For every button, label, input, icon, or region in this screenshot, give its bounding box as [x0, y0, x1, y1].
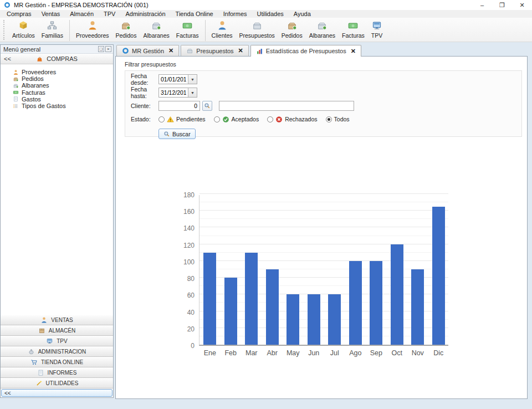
menu-item-administracion[interactable]: Administración	[120, 10, 170, 18]
menu-item-almacen[interactable]: Almacén	[65, 10, 99, 18]
toolbar-button-proveedores[interactable]: Proveedores	[73, 19, 112, 39]
menu-item-tpv[interactable]: TPV	[99, 10, 120, 18]
x-axis-tick-label: Ago	[349, 349, 361, 357]
toolbar-button-facturas[interactable]: Facturas	[339, 19, 368, 39]
menu-item-ventas[interactable]: Ventas	[37, 10, 65, 18]
y-axis-tick-label: 140	[183, 224, 195, 232]
toolbar-button-label: Clientes	[212, 32, 233, 39]
radio-todos[interactable]	[326, 116, 332, 122]
close-button[interactable]: ✕	[512, 0, 532, 10]
menu-item-tienda-online[interactable]: Tienda Online	[171, 10, 218, 18]
fecha-hasta-dropdown-icon[interactable]: ▼	[188, 88, 197, 97]
radio-pendientes[interactable]	[158, 116, 165, 122]
tab-close-icon[interactable]: ✕	[238, 47, 243, 54]
menu-item-informes[interactable]: Informes	[218, 10, 252, 18]
toolbar-button-presupuestos[interactable]: Presupuestos	[236, 19, 278, 39]
chart-bar-nov	[411, 269, 424, 345]
fecha-hasta-input[interactable]	[159, 88, 188, 97]
filter-group-box: Fecha desde: ▼ Fecha hasta: ▼ Cliente:	[125, 70, 522, 137]
sidebar-collapse-chevrons[interactable]: <<	[4, 55, 11, 62]
sidebar-item-facturas[interactable]: Facturas	[13, 89, 113, 96]
search-icon	[204, 103, 211, 109]
minimize-button[interactable]: –	[472, 0, 492, 10]
restore-button[interactable]: ❐	[492, 0, 512, 10]
toolbar-button-articulos[interactable]: Artículos	[9, 19, 38, 39]
buscar-button[interactable]: Buscar	[158, 129, 196, 139]
radio-rechazados[interactable]	[267, 116, 273, 122]
cliente-code-input[interactable]	[158, 101, 200, 111]
sidebar-nav-utilidades[interactable]: UTILIDADES	[1, 378, 113, 388]
sidebar-nav-tienda-online[interactable]: TIENDA ONLINE	[1, 357, 113, 367]
estado-option-aceptados[interactable]: Aceptados	[214, 116, 259, 123]
toolbar-button-label: Albaranes	[143, 32, 169, 39]
moneybag-icon	[28, 348, 35, 355]
sidebar-bottom-collapse[interactable]: <<	[1, 389, 112, 397]
sidebar-float-icon[interactable]: ❏	[98, 46, 104, 52]
toolbar-button-label: Pedidos	[282, 32, 303, 39]
sidebar-close-icon[interactable]: ✕	[105, 46, 111, 52]
check-icon	[222, 116, 229, 123]
box-gray-icon	[186, 47, 193, 54]
chart-gridline	[200, 210, 448, 211]
estado-option-rechazados[interactable]: Rechazados	[267, 116, 317, 123]
tab-mr-gestion[interactable]: MR Gestión✕	[116, 45, 179, 56]
sidebar-nav-administracion[interactable]: ADMINISTRACION	[1, 346, 113, 357]
toolbar-button-albaranes[interactable]: Albaranes	[306, 19, 339, 39]
toolbar-separator	[205, 20, 206, 41]
chart-gridline	[200, 260, 448, 261]
filter-group-title: Filtrar presupuestos	[125, 61, 176, 68]
tab-bar: MR Gestión✕Presupuestos✕Estadísticas de …	[115, 44, 528, 56]
chart-bar-mar	[245, 253, 258, 345]
sidebar-nav-ventas[interactable]: VENTAS	[1, 315, 113, 325]
tab-presupuestos[interactable]: Presupuestos✕	[181, 45, 248, 56]
toolbar-button-pedidos[interactable]: Pedidos	[112, 19, 140, 39]
person-orange-icon	[13, 69, 19, 75]
sidebar-item-albaranes[interactable]: Albaranes	[13, 82, 113, 89]
estado-option-pendientes[interactable]: Pendientes	[158, 116, 206, 123]
tab-close-icon[interactable]: ✕	[351, 48, 356, 55]
chart-bar-feb	[224, 278, 237, 345]
tab-estadisticas-de-presupuestos[interactable]: Estadísticas de Presupuestos✕	[250, 45, 361, 57]
toolbar-button-albaranes[interactable]: Albaranes	[140, 19, 172, 39]
sidebar-item-tipos-de-gastos[interactable]: Tipos de Gastos	[13, 103, 113, 109]
box-open-icon	[287, 20, 298, 31]
y-axis-tick-label: 180	[183, 191, 195, 199]
toolbar-button-familias[interactable]: Familias	[38, 19, 66, 39]
fecha-desde-dropdown-icon[interactable]: ▼	[188, 75, 197, 84]
toolbar-button-tpv[interactable]: TPV	[368, 19, 386, 39]
menu-item-compras[interactable]: Compras	[2, 10, 37, 18]
chart-bar-jun	[308, 294, 320, 345]
toolbar-button-facturas[interactable]: Facturas	[173, 19, 202, 39]
monitor-icon	[371, 20, 382, 31]
tab-close-icon[interactable]: ✕	[168, 47, 173, 54]
chart-gridline	[200, 193, 448, 194]
toolbar-button-label: Facturas	[176, 32, 199, 39]
radio-aceptados[interactable]	[214, 116, 220, 122]
sidebar-header: Menú general ❏ ✕	[1, 45, 113, 54]
sidebar-item-pedidos[interactable]: Pedidos	[13, 75, 113, 82]
x-axis-tick-label: Ene	[204, 349, 216, 357]
tab-label: MR Gestión	[132, 48, 164, 54]
tab-label: Presupuestos	[196, 48, 233, 54]
main-region: MR Gestión✕Presupuestos✕Estadísticas de …	[115, 44, 528, 399]
sidebar-item-proveedores[interactable]: Proveedores	[13, 69, 113, 75]
box-open-icon	[120, 20, 131, 31]
cliente-search-button[interactable]	[202, 101, 212, 111]
families-icon	[47, 20, 58, 31]
x-axis-tick-label: Oct	[392, 349, 402, 357]
sidebar-nav-almacen[interactable]: ALMACÉN	[1, 325, 113, 336]
toolbar-button-clientes[interactable]: Clientes	[208, 19, 236, 39]
toolbar-button-pedidos[interactable]: Pedidos	[278, 19, 306, 39]
estado-option-todos[interactable]: Todos	[326, 116, 350, 122]
fecha-desde-input[interactable]	[159, 75, 188, 84]
menu-item-ayuda[interactable]: Ayuda	[289, 10, 316, 18]
sidebar-item-gastos[interactable]: Gastos	[13, 96, 113, 103]
sidebar-nav-tpv[interactable]: TPV	[1, 336, 113, 346]
sidebar-section-compras[interactable]: << COMPRAS	[1, 54, 113, 64]
chart-bar-jul	[328, 294, 341, 345]
estado-label: Estado:	[131, 116, 158, 122]
menu-item-utilidades[interactable]: Utilidades	[252, 10, 289, 18]
nav-button-label: UTILIDADES	[46, 380, 79, 386]
sidebar-nav-informes[interactable]: INFORMES	[1, 367, 113, 378]
cliente-name-input[interactable]	[219, 101, 354, 111]
